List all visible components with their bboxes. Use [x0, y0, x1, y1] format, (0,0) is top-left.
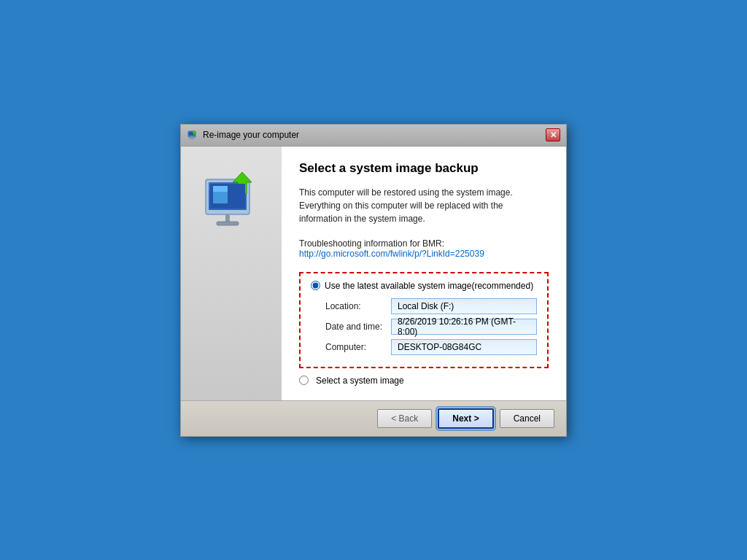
right-panel: Select a system image backup This comput… [282, 147, 566, 400]
datetime-row: Date and time: 8/26/2019 10:26:16 PM (GM… [325, 319, 537, 335]
svg-rect-2 [190, 137, 193, 139]
datetime-value: 8/26/2019 10:26:16 PM (GMT-8:00) [391, 319, 537, 335]
select-image-radio[interactable] [299, 376, 309, 385]
title-bar-left: Re-image your computer [187, 129, 299, 141]
troubleshoot-link[interactable]: http://go.microsoft.com/fwlink/p/?LinkId… [299, 249, 484, 259]
latest-image-label[interactable]: Use the latest available system image(re… [325, 281, 533, 291]
datetime-label: Date and time: [325, 322, 391, 332]
description-text: This computer will be restored using the… [299, 186, 549, 225]
computer-illustration [198, 168, 264, 234]
svg-rect-11 [213, 186, 228, 192]
latest-image-option: Use the latest available system image(re… [311, 281, 537, 291]
cancel-button[interactable]: Cancel [500, 409, 554, 428]
select-image-label[interactable]: Select a system image [316, 376, 404, 386]
computer-label: Computer: [325, 342, 391, 352]
latest-image-radio[interactable] [311, 281, 320, 290]
troubleshoot-label: Troubleshooting information for BMR: [299, 238, 444, 249]
dialog-body: Select a system image backup This comput… [181, 147, 566, 400]
select-image-option: Select a system image [299, 376, 549, 386]
next-button[interactable]: Next > [438, 408, 493, 429]
location-value: Local Disk (F:) [391, 298, 537, 314]
computer-value: DESKTOP-08G84GC [391, 339, 537, 355]
location-row: Location: Local Disk (F:) [325, 298, 537, 314]
window-icon [187, 129, 198, 141]
section-heading: Select a system image backup [299, 161, 549, 176]
back-button[interactable]: < Back [377, 409, 432, 428]
svg-rect-8 [217, 222, 239, 225]
computer-row: Computer: DESKTOP-08G84GC [325, 339, 537, 355]
svg-rect-3 [189, 139, 195, 139]
location-label: Location: [325, 301, 391, 311]
svg-rect-7 [225, 214, 230, 222]
options-box: Use the latest available system image(re… [299, 272, 549, 368]
title-text: Re-image your computer [203, 130, 299, 140]
troubleshoot-info: Troubleshooting information for BMR: htt… [299, 238, 549, 259]
image-info-grid: Location: Local Disk (F:) Date and time:… [325, 298, 537, 355]
left-panel [181, 147, 282, 400]
close-button[interactable]: ✕ [546, 128, 560, 141]
dialog-window: Re-image your computer ✕ [180, 124, 567, 437]
dialog-footer: < Back Next > Cancel [181, 400, 566, 436]
title-bar: Re-image your computer ✕ [181, 125, 566, 147]
